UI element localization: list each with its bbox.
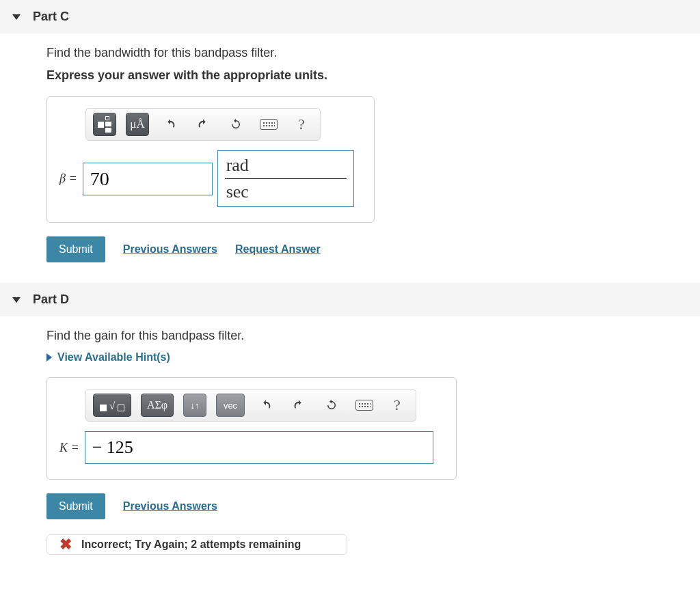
vec-button[interactable]: vec — [216, 394, 245, 417]
keyboard-button[interactable] — [353, 394, 376, 417]
undo-icon — [260, 399, 272, 411]
view-hints-toggle[interactable]: View Available Hint(s) — [46, 351, 700, 364]
keyboard-button[interactable] — [257, 113, 280, 136]
reset-button[interactable] — [224, 113, 247, 136]
incorrect-icon: ✖ — [59, 536, 72, 553]
view-hints-label: View Available Hint(s) — [57, 351, 170, 364]
part-d-toolbar: √ ΑΣφ ↓↑ vec ? — [85, 389, 416, 422]
math-templates-icon: √ — [100, 400, 124, 411]
templates-icon — [98, 116, 111, 133]
redo-icon — [197, 118, 209, 131]
part-d-answer-box: √ ΑΣφ ↓↑ vec ? K = — [46, 377, 457, 480]
part-c-answer-box: μÅ ? β = rad sec — [46, 96, 375, 223]
part-c-body: Find the bandwidth for this bandpass fil… — [0, 46, 700, 283]
caret-down-icon[interactable] — [12, 297, 21, 303]
part-c-submit-button[interactable]: Submit — [46, 236, 105, 262]
part-c-toolbar: μÅ ? — [85, 108, 321, 141]
unit-denominator: sec — [218, 179, 353, 206]
bandwidth-unit-input[interactable]: rad sec — [217, 150, 354, 207]
part-d-prompt: Find the gain for this bandpass filter. — [46, 329, 700, 343]
undo-icon — [164, 118, 176, 131]
unit-numerator: rad — [218, 151, 353, 178]
part-c-equation-row: β = rad sec — [59, 150, 362, 207]
greek-button[interactable]: ΑΣφ — [141, 394, 174, 417]
redo-button[interactable] — [287, 394, 310, 417]
reset-icon — [230, 118, 242, 131]
redo-button[interactable] — [191, 113, 215, 136]
part-d-feedback-box: ✖ Incorrect; Try Again; 2 attempts remai… — [46, 534, 347, 555]
reset-icon — [325, 399, 338, 411]
part-d-variable-label: K = — [59, 441, 79, 455]
swap-button[interactable]: ↓↑ — [183, 394, 206, 417]
bandwidth-value-input[interactable] — [83, 163, 213, 195]
part-c-variable-label: β = — [59, 172, 77, 186]
help-button[interactable]: ? — [290, 113, 313, 136]
undo-button[interactable] — [159, 113, 182, 136]
part-d-equation-row: K = — [59, 431, 444, 464]
part-c-prompt: Find the bandwidth for this bandpass fil… — [46, 46, 700, 60]
caret-right-icon — [46, 353, 52, 361]
templates-button[interactable] — [93, 113, 116, 136]
units-button[interactable]: μÅ — [126, 113, 149, 136]
redo-icon — [293, 399, 305, 411]
part-c-instruction: Express your answer with the appropriate… — [46, 68, 700, 83]
part-d-title: Part D — [33, 292, 69, 307]
reset-button[interactable] — [320, 394, 343, 417]
part-c-request-answer-link[interactable]: Request Answer — [235, 243, 321, 256]
help-button[interactable]: ? — [386, 394, 409, 417]
keyboard-icon — [260, 119, 278, 130]
undo-button[interactable] — [254, 394, 278, 417]
caret-down-icon[interactable] — [12, 14, 21, 20]
part-d-submit-button[interactable]: Submit — [46, 493, 105, 519]
part-d-header[interactable]: Part D — [0, 283, 700, 316]
part-d-actions: Submit Previous Answers — [46, 493, 700, 519]
gain-value-input[interactable] — [85, 431, 433, 464]
feedback-text: Incorrect; Try Again; 2 attempts remaini… — [81, 538, 301, 551]
math-templates-button[interactable]: √ — [93, 394, 131, 417]
part-c-header[interactable]: Part C — [0, 0, 700, 33]
part-c-title: Part C — [33, 10, 69, 24]
part-d-previous-answers-link[interactable]: Previous Answers — [123, 500, 217, 512]
part-c-previous-answers-link[interactable]: Previous Answers — [123, 243, 217, 256]
part-c-actions: Submit Previous Answers Request Answer — [46, 236, 700, 262]
part-d-body: Find the gain for this bandpass filter. … — [0, 329, 700, 575]
keyboard-icon — [355, 400, 373, 411]
